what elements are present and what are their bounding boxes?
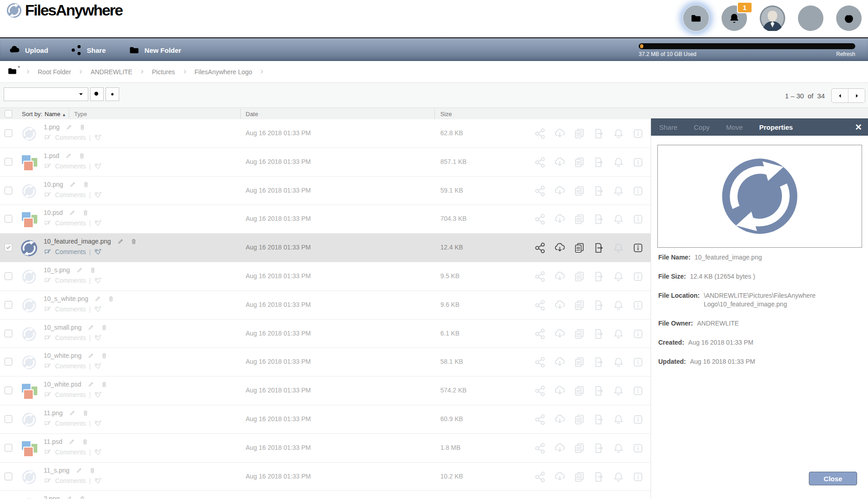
file-name[interactable]: 11.psd (44, 438, 62, 445)
row-move-button[interactable] (592, 298, 606, 312)
breadcrumb-item[interactable]: ANDREWLITE (91, 68, 132, 76)
row-share-button[interactable] (533, 384, 547, 398)
file-name[interactable]: 11.png (44, 409, 63, 417)
row-alert-button[interactable] (611, 241, 626, 255)
comments-link[interactable]: Comments (55, 420, 86, 427)
tag-button[interactable] (94, 477, 102, 485)
rename-button[interactable] (87, 381, 95, 388)
row-info-button[interactable] (631, 212, 645, 226)
file-row[interactable]: 10_s_white.png Comments | Aug 16 2018 01… (0, 291, 651, 320)
row-alert-button[interactable] (611, 412, 626, 427)
row-download-button[interactable] (553, 298, 567, 312)
tag-button[interactable] (94, 334, 102, 342)
row-download-button[interactable] (553, 270, 567, 284)
rename-button[interactable] (76, 266, 83, 274)
row-copy-button[interactable] (572, 127, 586, 141)
file-name[interactable]: 10_s.png (44, 266, 70, 274)
transfer-button[interactable] (798, 5, 823, 31)
row-copy-button[interactable] (572, 184, 586, 198)
comments-link[interactable]: Comments (55, 391, 86, 398)
comments-link[interactable]: Comments (55, 134, 86, 141)
row-alert-button[interactable] (611, 127, 626, 141)
row-download-button[interactable] (553, 127, 567, 141)
file-name[interactable]: 10_small.png (44, 324, 81, 331)
file-name[interactable]: 10_white.psd (44, 381, 81, 388)
row-download-button[interactable] (553, 241, 567, 255)
delete-button[interactable] (82, 181, 90, 188)
delete-button[interactable] (101, 324, 108, 331)
row-copy-button[interactable] (572, 298, 586, 312)
row-alert-button[interactable] (611, 298, 626, 312)
search-settings-button[interactable] (106, 87, 119, 101)
row-info-button[interactable] (631, 384, 645, 398)
refresh-button[interactable]: Refresh (827, 51, 855, 57)
row-share-button[interactable] (533, 155, 547, 169)
delete-button[interactable] (79, 123, 86, 131)
row-share-button[interactable] (533, 470, 547, 484)
row-copy-button[interactable] (572, 470, 586, 484)
row-checkbox[interactable] (5, 158, 12, 166)
row-move-button[interactable] (592, 412, 606, 427)
row-checkbox[interactable] (5, 444, 12, 452)
panel-close-icon[interactable]: × (855, 122, 862, 132)
comments-link[interactable]: Comments (55, 362, 86, 370)
search-dropdown-caret[interactable] (74, 91, 88, 98)
tab-share[interactable]: Share (659, 123, 677, 131)
rename-button[interactable] (87, 324, 95, 331)
row-checkbox[interactable] (5, 129, 12, 137)
row-info-button[interactable] (631, 184, 645, 198)
comments-link[interactable]: Comments (55, 248, 86, 255)
row-checkbox[interactable] (5, 415, 12, 423)
file-name[interactable]: 1.psd (44, 152, 59, 159)
file-row[interactable]: 11_s.png Comments | Aug 16 2018 01:33 PM… (0, 463, 651, 491)
rename-button[interactable] (65, 152, 72, 159)
row-info-button[interactable] (631, 441, 645, 455)
delete-button[interactable] (89, 266, 96, 274)
tag-button[interactable] (94, 191, 102, 199)
file-name[interactable]: 11_s.png (44, 467, 70, 474)
tag-button[interactable] (94, 219, 102, 227)
row-info-button[interactable] (631, 270, 645, 284)
new-folder-button[interactable]: New Folder (128, 44, 182, 56)
row-alert-button[interactable] (611, 155, 626, 169)
delete-button[interactable] (79, 495, 86, 499)
prev-page-button[interactable] (832, 89, 848, 102)
tab-properties[interactable]: Properties (759, 123, 793, 131)
row-share-button[interactable] (533, 355, 547, 369)
upload-button[interactable]: Upload (8, 44, 48, 56)
files-button[interactable] (683, 5, 709, 31)
delete-button[interactable] (101, 352, 108, 359)
row-copy-button[interactable] (572, 384, 586, 398)
row-info-button[interactable] (631, 470, 645, 484)
rename-button[interactable] (76, 467, 83, 474)
breadcrumb-folder-icon[interactable]: ▾ (6, 65, 18, 78)
file-row[interactable]: 1.png Comments | Aug 16 2018 01:33 PM 62… (0, 119, 651, 148)
tag-button[interactable] (94, 419, 102, 428)
file-name[interactable]: 10.psd (44, 209, 63, 216)
row-share-button[interactable] (533, 241, 547, 255)
file-row[interactable]: 10_white.psd Comments | Aug 16 2018 01:3… (0, 377, 651, 405)
row-alert-button[interactable] (611, 327, 626, 341)
file-name[interactable]: 10_featured_image.png (44, 238, 111, 245)
row-alert-button[interactable] (611, 184, 626, 198)
tab-move[interactable]: Move (726, 123, 743, 131)
rename-button[interactable] (69, 409, 76, 417)
row-alert-button[interactable] (611, 270, 626, 284)
row-checkbox[interactable] (5, 272, 12, 280)
comments-link[interactable]: Comments (55, 163, 86, 170)
row-info-button[interactable] (631, 127, 645, 141)
file-name[interactable]: 1.png (44, 123, 60, 131)
notifications-button[interactable]: 1 (722, 5, 747, 31)
row-alert-button[interactable] (611, 384, 626, 398)
file-name[interactable]: 2.png (44, 495, 60, 499)
row-checkbox[interactable] (5, 187, 12, 194)
row-move-button[interactable] (592, 212, 606, 226)
delete-button[interactable] (81, 438, 89, 445)
row-move-button[interactable] (592, 355, 606, 369)
row-alert-button[interactable] (611, 441, 626, 455)
file-name[interactable]: 10_white.png (44, 352, 81, 359)
file-row[interactable]: 10.psd Comments | Aug 16 2018 01:33 PM 7… (0, 205, 651, 234)
delete-button[interactable] (78, 152, 86, 159)
file-name[interactable]: 10_s_white.png (44, 295, 88, 302)
breadcrumb-item[interactable]: FilesAnywhere Logo (195, 68, 252, 76)
